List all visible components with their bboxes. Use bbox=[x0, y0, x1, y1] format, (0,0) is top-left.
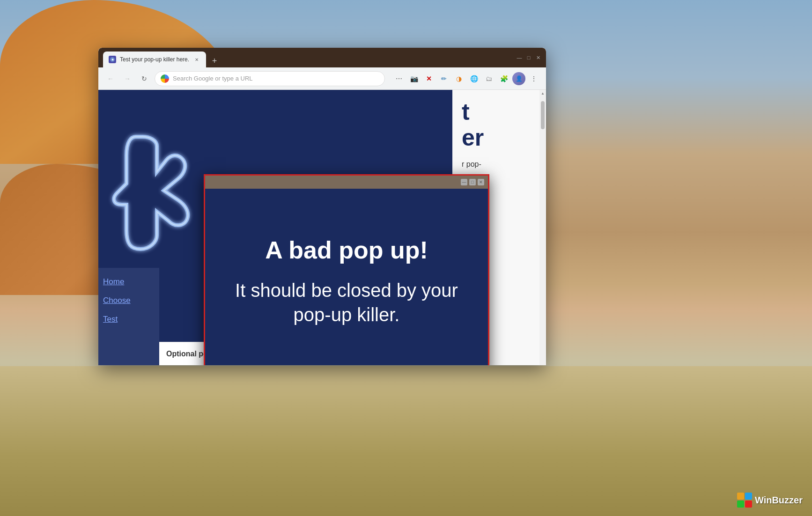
popup-maximize-button[interactable]: □ bbox=[469, 179, 476, 185]
browser-addressbar: ← → ↻ Search Google or type a URL ⋯ 📷 ✕ … bbox=[98, 67, 546, 90]
toolbar-layers-button[interactable]: 🗂 bbox=[482, 72, 495, 85]
browser-content: Home Choose Test t er r pop- test » Opti… bbox=[98, 90, 546, 365]
nav-home-link[interactable]: Home bbox=[103, 277, 155, 287]
profile-avatar[interactable]: 👤 bbox=[512, 72, 525, 85]
forward-icon: → bbox=[124, 75, 131, 82]
scroll-up-arrow[interactable]: ▲ bbox=[539, 90, 546, 96]
svg-text:★: ★ bbox=[111, 58, 114, 62]
popup-title: A bad pop up! bbox=[265, 236, 428, 264]
site-title-text: t er bbox=[462, 99, 537, 151]
toolbar-icons: ⋯ 📷 ✕ ✏ ◑ 🌐 🗂 🧩 👤 ⋮ bbox=[392, 72, 540, 85]
browser-scrollbar[interactable]: ▲ bbox=[539, 90, 546, 365]
site-title-line2: er bbox=[462, 125, 484, 151]
close-button[interactable]: ✕ bbox=[535, 54, 541, 61]
toolbar-x-button[interactable]: ✕ bbox=[422, 72, 436, 85]
forward-button[interactable]: → bbox=[121, 72, 134, 85]
toolbar-pen-button[interactable]: ✏ bbox=[437, 72, 450, 85]
winbuzzer-squares-icon bbox=[737, 493, 752, 508]
site-title-line1: t bbox=[462, 99, 470, 125]
neon-cross-shape bbox=[108, 118, 211, 268]
popup-minimize-button[interactable]: — bbox=[461, 179, 467, 185]
address-bar[interactable]: Search Google or type a URL bbox=[155, 71, 385, 86]
browser-tabs: ★ Test your pop-up killer here. ✕ + bbox=[103, 48, 512, 67]
popup-window: — □ ✕ A bad pop up! It should be closed … bbox=[204, 174, 489, 365]
toolbar-camera-button[interactable]: 📷 bbox=[407, 72, 421, 85]
reload-icon: ↻ bbox=[141, 75, 147, 82]
wb-square-red bbox=[745, 501, 752, 508]
wb-square-orange bbox=[737, 493, 744, 500]
wb-square-blue bbox=[745, 493, 752, 500]
tab-close-button[interactable]: ✕ bbox=[193, 56, 200, 63]
window-controls: — □ ✕ bbox=[516, 54, 541, 61]
menu-button[interactable]: ⋮ bbox=[527, 72, 540, 85]
browser-window: ★ Test your pop-up killer here. ✕ + — □ … bbox=[98, 48, 546, 365]
tab-title: Test your pop-up killer here. bbox=[120, 56, 189, 63]
back-icon: ← bbox=[107, 75, 114, 82]
website-background: Home Choose Test t er r pop- test » Opti… bbox=[98, 90, 546, 365]
popup-body: It should be closed by your pop-up kille… bbox=[219, 278, 474, 327]
new-tab-icon: + bbox=[212, 56, 217, 66]
nav-test-link[interactable]: Test bbox=[103, 315, 155, 324]
scrollbar-thumb[interactable] bbox=[541, 101, 545, 129]
address-placeholder: Search Google or type a URL bbox=[173, 75, 253, 82]
active-tab[interactable]: ★ Test your pop-up killer here. ✕ bbox=[103, 52, 206, 67]
winbuzzer-label: WinBuzzer bbox=[755, 495, 803, 506]
popup-close-button[interactable]: ✕ bbox=[478, 179, 484, 185]
reload-button[interactable]: ↻ bbox=[138, 72, 151, 85]
tab-favicon: ★ bbox=[109, 56, 116, 63]
popup-titlebar: — □ ✕ bbox=[205, 176, 488, 189]
new-tab-button[interactable]: + bbox=[208, 54, 221, 67]
minimize-button[interactable]: — bbox=[516, 54, 523, 61]
site-sidebar: Home Choose Test bbox=[98, 268, 159, 365]
nav-choose-link[interactable]: Choose bbox=[103, 296, 155, 305]
maximize-button[interactable]: □ bbox=[525, 54, 532, 61]
wb-square-green bbox=[737, 501, 744, 508]
popup-content: A bad pop up! It should be closed by you… bbox=[205, 189, 488, 365]
toolbar-puzzle-button[interactable]: 🧩 bbox=[497, 72, 510, 85]
back-button[interactable]: ← bbox=[104, 72, 117, 85]
winbuzzer-logo: WinBuzzer bbox=[737, 493, 803, 508]
browser-titlebar: ★ Test your pop-up killer here. ✕ + — □ … bbox=[98, 48, 546, 67]
toolbar-chart-button[interactable]: ◑ bbox=[452, 72, 465, 85]
toolbar-globe-button[interactable]: 🌐 bbox=[467, 72, 480, 85]
cracked-earth bbox=[0, 366, 812, 516]
site-right-text: r pop- bbox=[462, 160, 537, 169]
site-right-label: r pop- bbox=[462, 160, 481, 168]
toolbar-dots-button[interactable]: ⋯ bbox=[392, 72, 406, 85]
google-icon bbox=[161, 74, 169, 83]
